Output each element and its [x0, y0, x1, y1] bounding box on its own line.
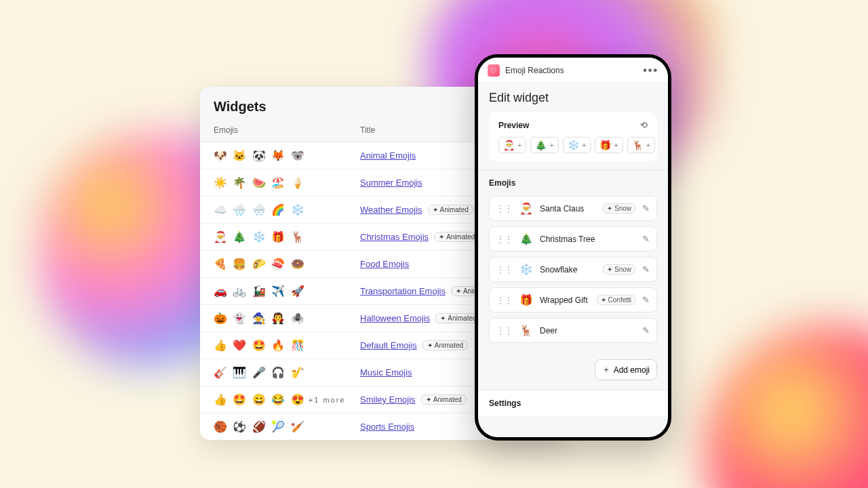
- emoji-row: ⋮⋮🎁Wrapped Gift✦Confetti✎: [489, 287, 657, 312]
- emoji-glyph: 🎅: [519, 202, 533, 215]
- emoji-glyph: 🎁: [599, 140, 611, 150]
- animated-badge-label: Animated: [448, 314, 476, 322]
- col-header-emojis: Emojis: [214, 125, 360, 135]
- widget-title-link[interactable]: Music Emojis: [360, 367, 412, 378]
- edit-icon[interactable]: ✎: [642, 264, 650, 274]
- widget-title-link[interactable]: Default Emojis: [360, 340, 417, 350]
- edit-icon[interactable]: ✎: [642, 325, 650, 336]
- emoji-glyph: 🎄: [535, 140, 547, 150]
- widget-title-link[interactable]: Christmas Emojis: [360, 232, 429, 242]
- animated-badge-label: Animated: [440, 206, 469, 214]
- settings-section-label[interactable]: Settings: [478, 390, 668, 416]
- preview-reaction[interactable]: ❄️+: [563, 137, 591, 153]
- plus-icon: +: [614, 141, 618, 149]
- preview-label: Preview: [498, 121, 529, 130]
- emoji-glyph: 🦌: [632, 140, 644, 150]
- emojis-section-label: Emojis: [478, 170, 668, 188]
- emoji-glyph: 🎁: [519, 293, 533, 306]
- emoji-glyph: 🦌: [519, 324, 533, 337]
- effect-tag: ✦Snow: [603, 203, 635, 214]
- edit-icon[interactable]: ✎: [642, 295, 650, 305]
- device-frame: ♡ Emoji Reactions ••• Edit widget Previe…: [475, 54, 671, 441]
- animated-badge: ✦Animated: [421, 394, 467, 405]
- plus-icon: ＋: [602, 364, 610, 375]
- emoji-cell: ☁️ 🌧️ 🌨️ 🌈 ❄️: [214, 203, 360, 216]
- sparkle-icon: ✦: [427, 342, 433, 349]
- emoji-row: ⋮⋮❄️Snowflake✦Snow✎: [489, 257, 657, 282]
- sparkle-icon: ✦: [433, 206, 438, 214]
- widget-title-link[interactable]: Sports Emojis: [360, 422, 414, 432]
- animated-badge: ✦Animated: [434, 232, 479, 242]
- more-count: +1 more: [309, 396, 346, 404]
- widget-title-link[interactable]: Summer Emojis: [360, 178, 422, 188]
- decorative-blob: [705, 325, 868, 488]
- emoji-row: ⋮⋮🎅Santa Claus✦Snow✎: [489, 196, 657, 221]
- animated-badge-label: Animated: [435, 342, 463, 349]
- edit-icon[interactable]: ✎: [642, 203, 650, 214]
- widget-title-link[interactable]: Animal Emojis: [360, 150, 416, 161]
- emoji-cell: 🎸 🎹 🎤 🎧 🎷: [214, 366, 360, 379]
- emoji-name: Wrapped Gift: [540, 296, 590, 305]
- preview-reaction[interactable]: 🎅+: [498, 137, 526, 153]
- preview-reaction[interactable]: 🦌+: [627, 137, 655, 153]
- emoji-cell: 🏀 ⚽ 🏈 🎾 🏏: [214, 420, 360, 433]
- emoji-cell: 👍 ❤️ 🤩 🔥 🎊: [214, 339, 360, 352]
- emoji-cell: 🍕 🍔 🌮 🍣 🍩: [214, 258, 360, 270]
- plus-icon: +: [549, 141, 553, 149]
- effect-tag-label: Snow: [614, 266, 631, 273]
- widget-title-link[interactable]: Food Emojis: [360, 259, 409, 269]
- sparkle-icon: ✦: [426, 396, 431, 403]
- widget-title-link[interactable]: Transportation Emojis: [360, 286, 446, 296]
- drag-handle-icon[interactable]: ⋮⋮: [496, 296, 513, 305]
- emoji-cell: 🚗 🚲 🚂 ✈️ 🚀: [214, 285, 360, 298]
- sparkle-icon: ✦: [601, 296, 606, 304]
- widget-title-link[interactable]: Weather Emojis: [360, 205, 422, 215]
- animated-badge-label: Animated: [446, 233, 475, 241]
- drag-handle-icon[interactable]: ⋮⋮: [496, 235, 513, 244]
- preview-card: Preview ⟲ 🎅+🎄+❄️+🎁+🦌+: [489, 112, 657, 161]
- sparkle-icon: ✦: [607, 205, 612, 212]
- widget-title-link[interactable]: Smiley Emojis: [360, 394, 416, 405]
- app-title: Emoji Reactions: [505, 66, 564, 75]
- app-brand: ♡ Emoji Reactions: [488, 64, 564, 77]
- drag-handle-icon[interactable]: ⋮⋮: [496, 326, 513, 336]
- add-emoji-button[interactable]: ＋ Add emoji: [595, 359, 657, 380]
- emoji-name: Christmas Tree: [540, 235, 635, 244]
- emoji-cell: 👍 🤩 😄 😂 😍+1 more: [214, 393, 360, 406]
- sparkle-icon: ✦: [439, 233, 444, 241]
- plus-icon: +: [582, 141, 586, 149]
- heart-icon: ♡: [488, 64, 500, 77]
- effect-tag: ✦Confetti: [597, 295, 635, 305]
- add-emoji-label: Add emoji: [614, 365, 650, 375]
- drag-handle-icon[interactable]: ⋮⋮: [496, 204, 513, 214]
- sparkle-icon: ✦: [456, 287, 461, 295]
- preview-reaction[interactable]: 🎄+: [530, 137, 558, 153]
- emoji-glyph: 🎄: [519, 232, 533, 245]
- effect-tag-label: Snow: [614, 205, 631, 212]
- emoji-glyph: ❄️: [568, 140, 579, 150]
- more-icon[interactable]: •••: [643, 64, 658, 77]
- emoji-row: ⋮⋮🦌Deer✎: [489, 318, 657, 343]
- emoji-row: ⋮⋮🎄Christmas Tree✎: [489, 226, 657, 251]
- emoji-name: Snowflake: [540, 265, 596, 274]
- page-title: Edit widget: [478, 83, 668, 112]
- emoji-cell: ☀️ 🌴 🍉 🏖️ 🍦: [214, 176, 360, 189]
- plus-icon: +: [646, 141, 650, 149]
- sparkle-icon: ✦: [607, 266, 612, 273]
- refresh-icon[interactable]: ⟲: [640, 120, 648, 130]
- app-titlebar: ♡ Emoji Reactions •••: [478, 58, 668, 83]
- edit-icon[interactable]: ✎: [642, 234, 650, 244]
- emoji-cell: 🐶 🐱 🐼 🦊 🐨: [214, 149, 360, 162]
- drag-handle-icon[interactable]: ⋮⋮: [496, 265, 513, 274]
- effect-tag: ✦Snow: [603, 264, 635, 274]
- plus-icon: +: [517, 141, 521, 149]
- animated-badge: ✦Animated: [428, 205, 473, 215]
- emoji-name: Santa Claus: [540, 204, 596, 214]
- animated-badge-label: Animated: [433, 396, 462, 403]
- animated-badge: ✦Animated: [422, 340, 468, 350]
- emoji-glyph: 🎅: [503, 140, 515, 150]
- emoji-name: Deer: [540, 326, 635, 336]
- widget-title-link[interactable]: Halloween Emojis: [360, 313, 430, 323]
- effect-tag-label: Confetti: [608, 296, 631, 304]
- preview-reaction[interactable]: 🎁+: [595, 137, 623, 153]
